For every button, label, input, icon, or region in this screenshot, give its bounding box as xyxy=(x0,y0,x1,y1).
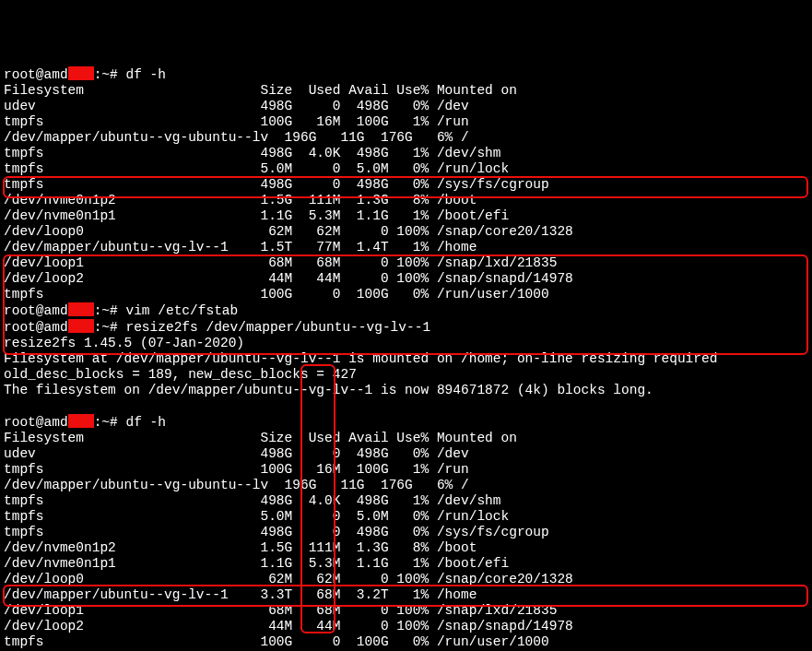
resize-output: resize2fs 1.45.5 (07-Jan-2020) xyxy=(4,336,244,350)
df-row: /dev/nvme0n1p1 1.1G 5.3M 1.1G 1% /boot/e… xyxy=(4,556,509,571)
df-header: Filesystem Size Used Avail Use% Mounted … xyxy=(4,431,517,445)
df-row: tmpfs 498G 4.0K 498G 1% /dev/shm xyxy=(4,146,501,160)
df-row-highlight-home: /dev/mapper/ubuntu--vg-lv--1 3.3T 68M 3.… xyxy=(4,587,477,602)
resize-output: The filesystem on /dev/mapper/ubuntu--vg… xyxy=(4,383,653,397)
df-header: Filesystem Size Used Avail Use% Mounted … xyxy=(4,83,517,98)
df-row: udev 498G 0 498G 0% /dev xyxy=(4,99,469,113)
df-row: tmpfs 498G 4.0K 498G 1% /dev/shm xyxy=(4,493,501,508)
resize-output: old_desc_blocks = 189, new_desc_blocks =… xyxy=(4,367,357,382)
df-row: udev 498G 0 498G 0% /dev xyxy=(4,446,469,461)
prompt-line: root@amd:~# df -h xyxy=(4,67,166,82)
df-row: /dev/loop2 44M 44M 0 100% /snap/snapd/14… xyxy=(4,619,573,633)
prompt-line: root@amd:~# resize2fs /dev/mapper/ubuntu… xyxy=(4,320,430,335)
df-row: /dev/loop0 62M 62M 0 100% /snap/core20/1… xyxy=(4,224,573,239)
prompt-line: root@amd:~# df -h xyxy=(4,415,166,430)
df-row: /dev/loop1 68M 68M 0 100% /snap/lxd/2183… xyxy=(4,255,557,270)
df-row: tmpfs 100G 16M 100G 1% /run xyxy=(4,462,469,477)
df-row: tmpfs 5.0M 0 5.0M 0% /run/lock xyxy=(4,509,509,524)
df-row: /dev/mapper/ubuntu--vg-ubuntu--lv 196G 1… xyxy=(4,130,469,145)
prompt-line: root@amd:~# vim /etc/fstab xyxy=(4,303,238,318)
df-row: /dev/loop1 68M 68M 0 100% /snap/lxd/2183… xyxy=(4,603,557,618)
df-row: /dev/nvme0n1p2 1.5G 111M 1.3G 8% /boot xyxy=(4,193,477,207)
redacted-host xyxy=(68,66,94,80)
redacted-host xyxy=(68,319,94,333)
df-row: tmpfs 498G 0 498G 0% /sys/fs/cgroup xyxy=(4,525,549,539)
df-row: /dev/nvme0n1p2 1.5G 111M 1.3G 8% /boot xyxy=(4,540,477,555)
df-row: tmpfs 498G 0 498G 0% /sys/fs/cgroup xyxy=(4,177,549,192)
redacted-host xyxy=(68,414,94,428)
terminal-output: root@amd:~# df -h Filesystem Size Used A… xyxy=(4,66,808,650)
df-row: /dev/loop0 62M 62M 0 100% /snap/core20/1… xyxy=(4,572,573,586)
resize-output: Filesystem at /dev/mapper/ubuntu--vg-lv-… xyxy=(4,351,717,366)
df-row: /dev/loop2 44M 44M 0 100% /snap/snapd/14… xyxy=(4,271,573,286)
df-row: tmpfs 5.0M 0 5.0M 0% /run/lock xyxy=(4,161,509,176)
df-row: /dev/mapper/ubuntu--vg-ubuntu--lv 196G 1… xyxy=(4,478,469,492)
df-row: tmpfs 100G 16M 100G 1% /run xyxy=(4,114,469,129)
df-row: tmpfs 100G 0 100G 0% /run/user/1000 xyxy=(4,287,549,302)
redacted-host xyxy=(68,302,94,316)
df-row: /dev/nvme0n1p1 1.1G 5.3M 1.1G 1% /boot/e… xyxy=(4,208,509,223)
df-row-highlight-home: /dev/mapper/ubuntu--vg-lv--1 1.5T 77M 1.… xyxy=(4,240,477,254)
df-row: tmpfs 100G 0 100G 0% /run/user/1000 xyxy=(4,634,549,649)
